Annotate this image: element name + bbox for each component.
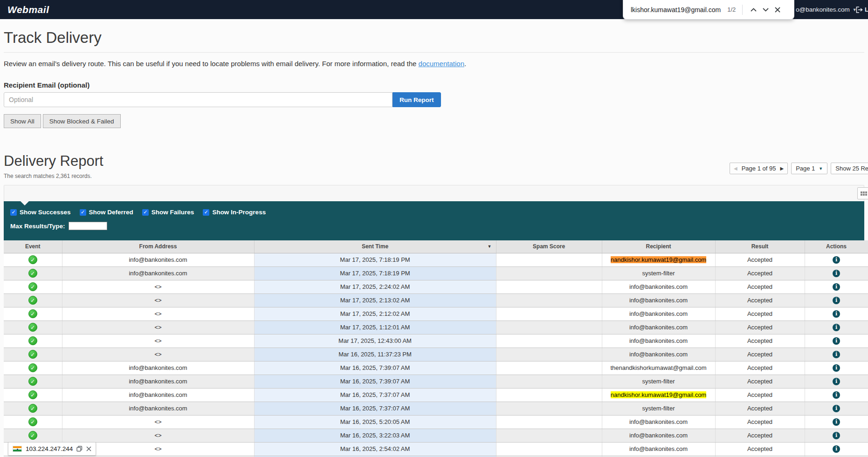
- next-page-icon[interactable]: ▶: [780, 166, 784, 171]
- recipient-text: nandkishor.kumawat19@gmail.com: [611, 391, 706, 398]
- table-row: ✓ <> Mar 17, 2025, 2:24:02 AM info@banko…: [4, 280, 868, 293]
- webmail-logo[interactable]: Webmail: [7, 4, 49, 15]
- success-check-icon: ✓: [28, 282, 37, 291]
- success-check-icon: ✓: [28, 350, 37, 359]
- table-row: ✓ <> Mar 16, 2025, 2:54:02 AM info@banko…: [4, 442, 868, 456]
- recipient-cell: info@bankonites.com: [602, 280, 715, 293]
- checkbox-label: Show Failures: [152, 209, 194, 216]
- result-cell: Accepted: [715, 361, 805, 375]
- filter-checkbox-show-deferred[interactable]: ✓Show Deferred: [80, 209, 133, 216]
- documentation-link[interactable]: documentation: [419, 60, 464, 68]
- result-cell: Accepted: [715, 375, 805, 388]
- success-check-icon: ✓: [28, 296, 37, 305]
- filter-checkbox-show-successes[interactable]: ✓Show Successes: [10, 209, 71, 216]
- column-header-result[interactable]: Result: [715, 240, 805, 253]
- info-icon[interactable]: i: [833, 432, 840, 439]
- chevron-down-icon: [763, 8, 769, 12]
- recipient-cell: info@bankonites.com: [602, 348, 715, 361]
- info-icon[interactable]: i: [833, 297, 840, 304]
- actions-cell: i: [805, 388, 868, 402]
- spam-score-cell: [496, 293, 602, 307]
- recipient-cell: nandkishor.kumawat19@gmail.com: [602, 253, 715, 266]
- recipient-email-input[interactable]: [4, 92, 393, 107]
- table-row: ✓ <> Mar 16, 2025, 3:22:03 AM info@banko…: [4, 429, 868, 442]
- event-status-cell: ✓: [4, 307, 62, 321]
- results-per-page-select[interactable]: Show 25 Results: [831, 163, 868, 174]
- column-header-spam-score[interactable]: Spam Score: [496, 240, 602, 253]
- copy-icon[interactable]: [76, 446, 83, 452]
- result-cell: Accepted: [715, 442, 805, 456]
- column-header-sent-time[interactable]: Sent Time▼: [254, 240, 496, 253]
- sent-time-cell: Mar 16, 2025, 2:54:02 AM: [254, 442, 496, 456]
- recipient-input-group: Run Report: [4, 92, 864, 107]
- previous-page-icon[interactable]: ◀: [734, 166, 737, 171]
- recipient-text: system-filter: [642, 405, 675, 412]
- show-all-button[interactable]: Show All: [4, 114, 41, 128]
- recipient-cell: info@bankonites.com: [602, 334, 715, 348]
- info-icon[interactable]: i: [833, 418, 840, 426]
- recipient-text: system-filter: [642, 378, 675, 385]
- sent-time-cell: Mar 16, 2025, 7:39:07 AM: [254, 375, 496, 388]
- recipient-text: info@bankonites.com: [629, 418, 688, 425]
- table-row: ✓ info@bankonites.com Mar 17, 2025, 7:18…: [4, 266, 868, 280]
- info-icon[interactable]: i: [833, 405, 840, 412]
- close-icon[interactable]: [86, 446, 91, 451]
- find-query-input[interactable]: lkishor.kumawat19@gmail.com: [631, 6, 721, 14]
- recipient-text: system-filter: [642, 270, 675, 277]
- find-next-button[interactable]: [759, 4, 772, 16]
- result-cell: Accepted: [715, 415, 805, 429]
- sent-time-cell: Mar 17, 2025, 1:12:01 AM: [254, 321, 496, 334]
- logout-button[interactable]: LO: [856, 0, 868, 19]
- info-icon[interactable]: i: [833, 256, 840, 264]
- account-menu[interactable]: o@bankonites.com ▼: [796, 0, 857, 19]
- filter-checkbox-show-failures[interactable]: ✓Show Failures: [142, 209, 194, 216]
- info-icon[interactable]: i: [833, 324, 840, 331]
- table-row: ✓ <> Mar 17, 2025, 1:12:01 AM info@banko…: [4, 321, 868, 334]
- actions-cell: i: [805, 334, 868, 348]
- filter-checkbox-show-in-progress[interactable]: ✓Show In-Progress: [203, 209, 266, 216]
- checkbox-row: ✓Show Successes✓Show Deferred✓Show Failu…: [10, 209, 858, 216]
- page-select[interactable]: Page 1 ▼: [791, 163, 827, 174]
- success-check-icon: ✓: [28, 417, 37, 426]
- spam-score-cell: [496, 266, 602, 280]
- page-description: Review an email’s delivery route. This c…: [4, 60, 864, 68]
- table-header-row: EventFrom AddressSent Time▼Spam ScoreRec…: [4, 240, 868, 253]
- actions-cell: i: [805, 280, 868, 293]
- event-status-cell: ✓: [4, 415, 62, 429]
- info-icon[interactable]: i: [833, 270, 840, 277]
- column-settings-button[interactable]: [857, 187, 868, 199]
- column-header-from-address[interactable]: From Address: [62, 240, 254, 253]
- info-icon[interactable]: i: [833, 391, 840, 399]
- recipient-text: info@bankonites.com: [629, 283, 688, 290]
- result-cell: Accepted: [715, 429, 805, 442]
- info-icon[interactable]: i: [833, 378, 840, 385]
- page-title: Track Delivery: [4, 29, 864, 47]
- success-check-icon: ✓: [28, 336, 37, 345]
- show-blocked-failed-button[interactable]: Show Blocked & Failed: [43, 114, 121, 128]
- sent-time-cell: Mar 16, 2025, 11:37:23 PM: [254, 348, 496, 361]
- event-status-cell: ✓: [4, 361, 62, 375]
- run-report-button[interactable]: Run Report: [393, 92, 441, 107]
- success-check-icon: ✓: [28, 390, 37, 399]
- close-icon: [775, 7, 780, 13]
- find-previous-button[interactable]: [747, 4, 759, 16]
- sent-time-cell: Mar 17, 2025, 2:24:02 AM: [254, 280, 496, 293]
- result-cell: Accepted: [715, 402, 805, 415]
- column-header-actions[interactable]: Actions: [805, 240, 868, 253]
- from-address-cell: <>: [62, 334, 254, 348]
- recipient-cell: info@bankonites.com: [602, 293, 715, 307]
- actions-cell: i: [805, 293, 868, 307]
- info-icon[interactable]: i: [833, 283, 840, 291]
- column-header-recipient[interactable]: Recipient: [602, 240, 715, 253]
- from-address-cell: <>: [62, 280, 254, 293]
- info-icon[interactable]: i: [833, 351, 840, 358]
- info-icon[interactable]: i: [833, 337, 840, 345]
- event-status-cell: ✓: [4, 375, 62, 388]
- max-results-input[interactable]: [69, 222, 107, 230]
- find-close-button[interactable]: [772, 4, 784, 16]
- info-icon[interactable]: i: [833, 445, 840, 453]
- column-header-event[interactable]: Event: [4, 240, 62, 253]
- sent-time-cell: Mar 16, 2025, 7:37:07 AM: [254, 402, 496, 415]
- info-icon[interactable]: i: [833, 364, 840, 372]
- info-icon[interactable]: i: [833, 310, 840, 318]
